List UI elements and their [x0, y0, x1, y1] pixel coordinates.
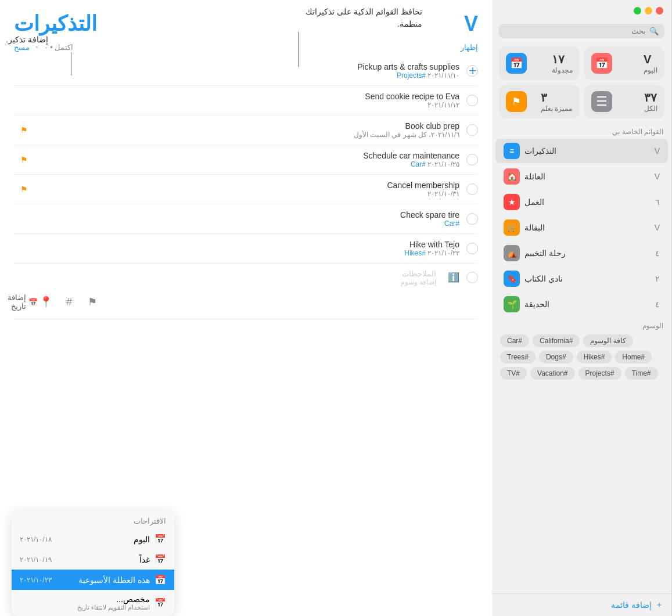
main-toolbar: إظهار اكتمل • ٠ • مسح [0, 42, 492, 56]
scheduled-count: ١٧ [552, 52, 565, 66]
suggestion-tomorrow[interactable]: 📅 غداً ٢٠٢١/١٠/١٩ [12, 549, 174, 570]
smart-list-scheduled[interactable]: ١٧ مجدولة 📅 [499, 46, 580, 80]
smart-list-today[interactable]: V اليوم 📅 [584, 46, 665, 80]
sidebar-item-family[interactable]: V العائلة 🏠 [495, 164, 668, 189]
info-icon: ℹ️ [448, 272, 459, 283]
minimize-button[interactable] [645, 7, 652, 15]
show-button[interactable]: إظهار [461, 43, 478, 52]
sidebar-item-bookclub[interactable]: ٢ نادي الكتاب 🔖 [495, 266, 668, 291]
reminder-meta: ٢٠٢١/١٠/٢٥ #Car [28, 160, 459, 168]
work-icon: ★ [504, 194, 520, 210]
reminder-checkbox[interactable] [466, 183, 478, 195]
add-location-button[interactable]: 📍 [37, 293, 55, 311]
reminder-checkbox[interactable] [466, 65, 478, 77]
reminder-meta: #Car [14, 219, 459, 228]
tag-all[interactable]: كافة الوسوم [583, 334, 633, 347]
tag-tv[interactable]: #TV [500, 367, 527, 380]
reminder-title: Pickup arts & crafts supplies [14, 62, 459, 71]
garden-count: ٤ [655, 300, 660, 309]
reminder-meta: ٢٠٢١/١١/١٠ #Projects [14, 71, 459, 80]
bookclub-icon: 🔖 [504, 271, 520, 287]
suggestion-today[interactable]: 📅 اليوم ٢٠٢١/١٠/١٨ [12, 529, 174, 549]
tag-vacation[interactable]: #Vacation [530, 367, 575, 380]
tag-car[interactable]: #Car [500, 334, 529, 347]
add-list-button[interactable]: ＋ إضافة قائمة [492, 594, 671, 616]
suggestion-label: مخصص... [77, 595, 150, 604]
search-icon: 🔍 [649, 27, 659, 35]
suggestion-label: هذه العطلة الأسبوعية [78, 575, 150, 585]
all-icon: ☰ [591, 91, 612, 112]
tag-time[interactable]: #Time [625, 367, 658, 380]
date-suggestions-dropdown: الاقتراحات 📅 اليوم ٢٠٢١/١٠/١٨ 📅 غداً ٢٠٢… [12, 511, 174, 616]
add-tag-button[interactable]: # [60, 293, 78, 311]
tags-grid: كافة الوسوم #California #Car #Home #Hike… [500, 334, 663, 380]
suggestion-weekend[interactable]: 📅 هذه العطلة الأسبوعية ٢٠٢١/١٠/٢٣ [12, 570, 174, 590]
new-reminder-item: ℹ️ الملاحظات إضافة وسوم ⚑ # 📍 📅 إضافة تا… [14, 264, 478, 319]
reminder-checkbox[interactable] [466, 213, 478, 225]
all-count: ٣٧ [644, 91, 657, 105]
tag-home[interactable]: #Home [615, 351, 652, 363]
close-button[interactable] [656, 7, 663, 15]
smart-list-all[interactable]: ٣٧ الكل ☰ [584, 85, 665, 118]
main-count: V [464, 12, 478, 36]
reminder-checkbox[interactable] [466, 95, 478, 106]
reminder-checkbox[interactable] [466, 243, 478, 254]
reminder-title: Hike with Tejo [14, 240, 459, 249]
grocery-count: V [655, 223, 660, 232]
work-label: العمل [524, 197, 544, 207]
reminder-title: Send cookie recipe to Eva [14, 92, 459, 101]
new-reminder-checkbox[interactable] [466, 272, 478, 283]
reminder-meta: ٢٠٢١/١١/١٢ [14, 101, 459, 109]
calendar-icon: 📅 [154, 597, 166, 608]
suggestion-date: ٢٠٢١/١٠/٢٣ [20, 576, 52, 584]
sidebar-item-work[interactable]: ٦ العمل ★ [495, 190, 668, 214]
suggestion-label: اليوم [134, 535, 150, 544]
flag-icon: ⚑ [19, 125, 28, 135]
scheduled-label: مجدولة [552, 66, 573, 74]
bookclub-label: نادي الكتاب [524, 274, 563, 283]
sidebar: 🔍 V اليوم 📅 ١٧ مجدولة 📅 ٣٧ [492, 0, 672, 616]
calendar-icon: 📅 [154, 554, 166, 565]
smart-lists-grid: V اليوم 📅 ١٧ مجدولة 📅 ٣٧ الكل ☰ [492, 44, 671, 124]
search-input[interactable] [505, 27, 646, 35]
suggestions-header: الاقتراحات [12, 511, 174, 529]
traffic-lights [634, 7, 663, 15]
reminder-title: Schedule car maintenance [28, 151, 459, 160]
bookclub-count: ٢ [655, 274, 660, 283]
work-count: ٦ [655, 197, 660, 207]
calendar-icon: 📅 [154, 574, 166, 585]
today-label: اليوم [644, 66, 657, 74]
suggestion-sublabel: استخدام التقويم لانتقاء تاريخ [77, 604, 150, 611]
smart-list-flagged[interactable]: ٣ مميزة بعلم ⚑ [499, 85, 580, 118]
add-flag-button[interactable]: ⚑ [84, 293, 101, 311]
tag-projects[interactable]: #Projects [578, 367, 621, 380]
grocery-icon: 🛒 [504, 219, 520, 236]
tag-hikes[interactable]: #Hikes [577, 351, 612, 363]
reminders-count: V [655, 146, 660, 156]
tag-california[interactable]: #California [533, 334, 580, 347]
garden-icon: 🌱 [504, 296, 520, 312]
flag-icon: ⚑ [19, 185, 28, 194]
sidebar-item-reminders[interactable]: V التذكيرات ≡ [495, 139, 668, 163]
tags-placeholder: إضافة وسوم [14, 278, 436, 286]
smart-lists-tooltip: تحافظ القوائم الذكية على تذكيراتك منظمة. [294, 6, 422, 30]
tag-dogs[interactable]: #Dogs [539, 351, 573, 363]
search-bar[interactable]: 🔍 [499, 24, 664, 38]
sidebar-item-camping[interactable]: ٤ رحلة التخييم ⛺ [495, 241, 668, 265]
add-date-button[interactable]: 📅 إضافة تاريخ [14, 293, 31, 311]
sidebar-item-grocery[interactable]: V البقالة 🛒 [495, 215, 668, 240]
flag-icon: ⚑ [19, 155, 28, 164]
tag-trees[interactable]: #Trees [500, 351, 536, 363]
suggestion-date: ٢٠٢١/١٠/١٩ [20, 556, 52, 564]
reminder-checkbox[interactable] [466, 154, 478, 165]
scheduled-icon: 📅 [506, 53, 527, 74]
maximize-button[interactable] [634, 7, 641, 15]
flagged-count: ٣ [541, 91, 547, 105]
garden-label: الحديقة [524, 300, 549, 309]
reminder-item-cancel-membership: Cancel membership ٢٠٢١/١٠/٣١ ⚑ [14, 175, 478, 204]
suggestion-custom[interactable]: 📅 مخصص... استخدام التقويم لانتقاء تاريخ [12, 590, 174, 616]
sidebar-item-garden[interactable]: ٤ الحديقة 🌱 [495, 292, 668, 316]
main-content: تحافظ القوائم الذكية على تذكيراتك منظمة.… [0, 0, 492, 616]
reminder-checkbox[interactable] [466, 124, 478, 136]
reminder-meta: ٢٠٢١/١٠/٣١ [28, 190, 459, 198]
